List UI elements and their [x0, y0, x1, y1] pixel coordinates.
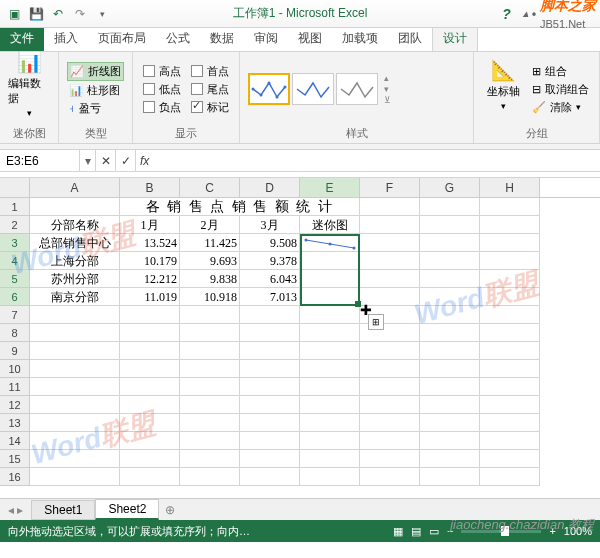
cell[interactable]: [360, 198, 420, 216]
namebox-dropdown-icon[interactable]: ▾: [80, 150, 96, 171]
accept-icon[interactable]: ✓: [116, 150, 136, 171]
select-all-corner[interactable]: [0, 178, 30, 197]
caret-up-icon[interactable]: ▴: [523, 8, 528, 19]
cell[interactable]: 11.019: [120, 288, 180, 306]
cell[interactable]: [480, 234, 540, 252]
sheet-tab-active[interactable]: Sheet2: [95, 499, 159, 520]
type-line-button[interactable]: 📈 折线图: [67, 62, 124, 81]
cell[interactable]: 9.693: [180, 252, 240, 270]
cell[interactable]: [300, 270, 360, 288]
col-header[interactable]: B: [120, 178, 180, 197]
row-header[interactable]: 11: [0, 378, 30, 396]
style-item-3[interactable]: [336, 73, 378, 105]
check-high[interactable]: 高点: [141, 63, 183, 80]
cell[interactable]: [420, 270, 480, 288]
ungroup-button[interactable]: ⊟取消组合: [530, 81, 591, 98]
type-winloss-button[interactable]: ⫞ 盈亏: [67, 100, 124, 117]
cell[interactable]: [420, 288, 480, 306]
cell[interactable]: [420, 252, 480, 270]
row-header[interactable]: 8: [0, 324, 30, 342]
cell[interactable]: [300, 252, 360, 270]
cell[interactable]: 南京分部: [30, 288, 120, 306]
view-break-icon[interactable]: ▭: [429, 525, 439, 538]
tab-review[interactable]: 审阅: [244, 26, 288, 51]
help-icon[interactable]: ?: [502, 6, 511, 22]
row-header[interactable]: 10: [0, 360, 30, 378]
grid[interactable]: A B C D E F G H 1 各 销 售 点 销 售 额 统 计 2 分部…: [0, 178, 600, 498]
cell[interactable]: 苏州分部: [30, 270, 120, 288]
cell[interactable]: 9.378: [240, 252, 300, 270]
col-header[interactable]: E: [300, 178, 360, 197]
edit-data-button[interactable]: 📊 编辑数据 ▾: [8, 54, 50, 114]
cell[interactable]: [420, 216, 480, 234]
cell[interactable]: [480, 270, 540, 288]
row-header[interactable]: 1: [0, 198, 30, 216]
cell[interactable]: 总部销售中心: [30, 234, 120, 252]
row-header[interactable]: 4: [0, 252, 30, 270]
cell[interactable]: [480, 216, 540, 234]
gallery-more-icon[interactable]: ⊻: [384, 95, 391, 105]
row-header[interactable]: 7: [0, 306, 30, 324]
cell[interactable]: 12.212: [120, 270, 180, 288]
cell[interactable]: 10.179: [120, 252, 180, 270]
cell[interactable]: 3月: [240, 216, 300, 234]
style-gallery[interactable]: [248, 73, 378, 105]
tab-insert[interactable]: 插入: [44, 26, 88, 51]
col-header[interactable]: C: [180, 178, 240, 197]
tab-view[interactable]: 视图: [288, 26, 332, 51]
tab-addins[interactable]: 加载项: [332, 26, 388, 51]
undo-icon[interactable]: ↶: [48, 4, 68, 24]
sheet-tab[interactable]: Sheet1: [31, 500, 95, 520]
col-header[interactable]: F: [360, 178, 420, 197]
gallery-down-icon[interactable]: ▾: [384, 84, 391, 94]
add-sheet-icon[interactable]: ⊕: [159, 503, 181, 517]
cancel-icon[interactable]: ✕: [96, 150, 116, 171]
cell[interactable]: [480, 288, 540, 306]
cell[interactable]: 1月: [120, 216, 180, 234]
cell[interactable]: [480, 252, 540, 270]
row-header[interactable]: 12: [0, 396, 30, 414]
cell[interactable]: [480, 198, 540, 216]
cell[interactable]: [300, 288, 360, 306]
col-header[interactable]: D: [240, 178, 300, 197]
cell[interactable]: 9.838: [180, 270, 240, 288]
cell[interactable]: 迷你图: [300, 216, 360, 234]
row-header[interactable]: 14: [0, 432, 30, 450]
cell[interactable]: 分部名称: [30, 216, 120, 234]
cell[interactable]: 11.425: [180, 234, 240, 252]
redo-icon[interactable]: ↷: [70, 4, 90, 24]
row-header[interactable]: 3: [0, 234, 30, 252]
col-header[interactable]: G: [420, 178, 480, 197]
row-header[interactable]: 13: [0, 414, 30, 432]
cell[interactable]: [360, 252, 420, 270]
check-last[interactable]: 尾点: [189, 81, 231, 98]
cell[interactable]: 13.524: [120, 234, 180, 252]
view-normal-icon[interactable]: ▦: [393, 525, 403, 538]
view-page-icon[interactable]: ▤: [411, 525, 421, 538]
axis-button[interactable]: 📐 坐标轴 ▾: [482, 54, 524, 114]
tab-design[interactable]: 设计: [432, 25, 478, 51]
cell[interactable]: 7.013: [240, 288, 300, 306]
clear-button[interactable]: 🧹清除▾: [530, 99, 591, 116]
tab-data[interactable]: 数据: [200, 26, 244, 51]
col-header[interactable]: H: [480, 178, 540, 197]
cell[interactable]: [360, 270, 420, 288]
cell[interactable]: [30, 198, 120, 216]
check-low[interactable]: 低点: [141, 81, 183, 98]
save-icon[interactable]: 💾: [26, 4, 46, 24]
cell[interactable]: 10.918: [180, 288, 240, 306]
cell[interactable]: 2月: [180, 216, 240, 234]
cell[interactable]: 上海分部: [30, 252, 120, 270]
cell[interactable]: [420, 198, 480, 216]
type-column-button[interactable]: 📊 柱形图: [67, 82, 124, 99]
qat-dropdown-icon[interactable]: ▾: [92, 4, 112, 24]
autofill-options-icon[interactable]: ⊞: [368, 314, 384, 330]
tab-file[interactable]: 文件: [0, 26, 44, 51]
style-item-2[interactable]: [292, 73, 334, 105]
cell[interactable]: 9.508: [240, 234, 300, 252]
title-cell[interactable]: 各 销 售 点 销 售 额 统 计: [120, 198, 360, 216]
col-header[interactable]: A: [30, 178, 120, 197]
row-header[interactable]: 5: [0, 270, 30, 288]
row-header[interactable]: 16: [0, 468, 30, 486]
cell[interactable]: 6.043: [240, 270, 300, 288]
